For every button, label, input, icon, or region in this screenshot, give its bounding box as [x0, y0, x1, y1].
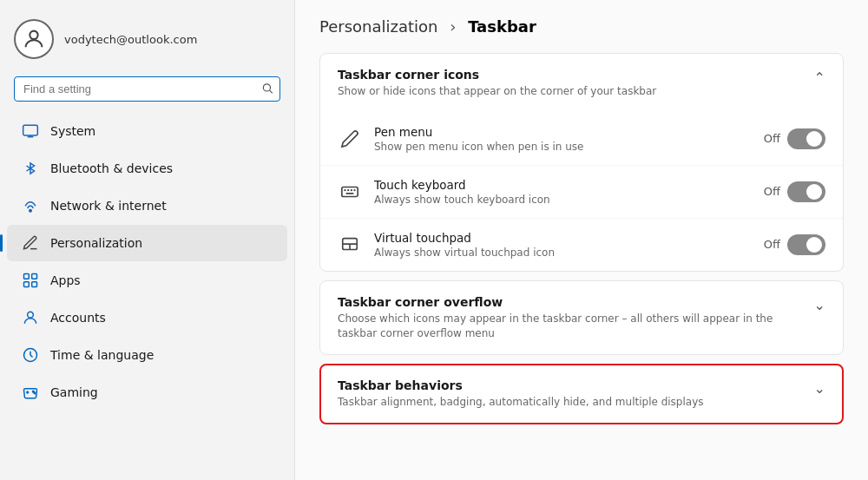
search-input[interactable] [14, 76, 280, 102]
sidebar-item-network[interactable]: Network & internet [7, 187, 287, 224]
nav-list: System Bluetooth & devices Network & int… [0, 112, 294, 480]
user-profile[interactable]: vodytech@outlook.com [0, 9, 294, 73]
toggle-pen-menu[interactable] [787, 128, 825, 149]
sidebar-item-bluetooth-label: Bluetooth & devices [50, 161, 173, 175]
setting-desc-touch-keyboard: Always show touch keyboard icon [374, 194, 752, 206]
system-icon [21, 122, 40, 141]
svg-rect-7 [24, 274, 30, 279]
section-taskbar-behaviors: Taskbar behaviors Taskbar alignment, bad… [319, 364, 844, 424]
pen-icon [338, 127, 362, 151]
chevron-up-icon[interactable]: ⌃ [814, 69, 825, 86]
toggle-label-touch-keyboard: Off [764, 185, 780, 198]
setting-row-virtual-touchpad: Virtual touchpad Always show virtual tou… [320, 219, 843, 271]
sidebar-item-network-label: Network & internet [50, 199, 167, 213]
sidebar-item-bluetooth[interactable]: Bluetooth & devices [7, 150, 287, 187]
svg-rect-8 [32, 274, 37, 279]
section-title-corner-overflow: Taskbar corner overflow [338, 295, 804, 309]
gaming-icon [21, 383, 40, 402]
chevron-down-icon-behaviors[interactable]: ⌄ [814, 380, 825, 397]
setting-desc-pen-menu: Show pen menu icon when pen is in use [374, 141, 752, 153]
setting-name-virtual-touchpad: Virtual touchpad [374, 231, 752, 245]
search-box[interactable] [14, 76, 280, 102]
sidebar-item-gaming[interactable]: Gaming [7, 374, 287, 411]
sidebar-item-apps[interactable]: Apps [7, 262, 287, 299]
svg-line-2 [270, 90, 273, 93]
breadcrumb: Personalization › Taskbar [319, 17, 844, 36]
setting-desc-virtual-touchpad: Always show virtual touchpad icon [374, 247, 752, 259]
avatar [14, 19, 54, 59]
touchpad-icon [338, 233, 362, 257]
section-title-behaviors: Taskbar behaviors [338, 378, 804, 392]
section-taskbar-corner-icons: Taskbar corner icons Show or hide icons … [319, 53, 844, 272]
sidebar-item-personalization-label: Personalization [50, 236, 142, 250]
setting-row-pen-menu: Pen menu Show pen menu icon when pen is … [320, 113, 843, 166]
sidebar-item-time[interactable]: Time & language [7, 337, 287, 373]
section-header-behaviors[interactable]: Taskbar behaviors Taskbar alignment, bad… [321, 365, 842, 423]
setting-name-touch-keyboard: Touch keyboard [374, 178, 752, 192]
svg-point-1 [263, 83, 270, 90]
section-title-corner-icons: Taskbar corner icons [338, 68, 804, 82]
svg-point-6 [30, 210, 32, 213]
svg-rect-3 [23, 125, 38, 135]
setting-name-pen-menu: Pen menu [374, 125, 752, 139]
user-email: vodytech@outlook.com [64, 33, 197, 46]
time-icon [21, 345, 40, 365]
network-icon [21, 196, 40, 215]
bluetooth-icon [21, 159, 40, 178]
breadcrumb-parent: Personalization [319, 17, 437, 36]
toggle-label-pen-menu: Off [764, 132, 780, 145]
breadcrumb-current: Taskbar [468, 17, 536, 36]
section-header-corner-overflow[interactable]: Taskbar corner overflow Choose which ico… [320, 281, 843, 355]
sidebar: vodytech@outlook.com System [0, 0, 295, 480]
toggle-virtual-touchpad[interactable] [787, 234, 825, 255]
svg-rect-10 [32, 282, 37, 287]
section-subtitle-corner-overflow: Choose which icons may appear in the tas… [338, 312, 804, 341]
apps-icon [21, 271, 40, 290]
section-subtitle-corner-icons: Show or hide icons that appear on the co… [338, 84, 804, 99]
setting-row-touch-keyboard: Touch keyboard Always show touch keyboar… [320, 166, 843, 219]
personalization-icon [21, 233, 40, 253]
svg-point-11 [28, 312, 34, 318]
section-subtitle-behaviors: Taskbar alignment, badging, automaticall… [338, 395, 804, 410]
sidebar-item-time-label: Time & language [50, 348, 154, 362]
sidebar-item-system-label: System [50, 124, 95, 138]
sidebar-item-system[interactable]: System [7, 113, 287, 149]
chevron-down-icon-overflow[interactable]: ⌄ [814, 297, 825, 313]
svg-rect-15 [342, 187, 358, 196]
section-taskbar-corner-overflow: Taskbar corner overflow Choose which ico… [319, 280, 844, 356]
sidebar-item-personalization[interactable]: Personalization [7, 225, 287, 261]
search-icon-button[interactable] [261, 82, 273, 96]
toggle-touch-keyboard[interactable] [787, 181, 825, 202]
breadcrumb-separator: › [450, 17, 456, 36]
section-header-corner-icons[interactable]: Taskbar corner icons Show or hide icons … [320, 54, 843, 113]
sidebar-item-apps-label: Apps [50, 273, 81, 287]
accounts-icon [21, 308, 40, 327]
sidebar-item-accounts-label: Accounts [50, 311, 106, 325]
sidebar-item-accounts[interactable]: Accounts [7, 299, 287, 336]
svg-rect-9 [24, 282, 30, 287]
keyboard-icon [338, 180, 362, 204]
svg-point-0 [30, 31, 37, 39]
toggle-label-virtual-touchpad: Off [764, 238, 780, 251]
svg-point-14 [34, 392, 36, 394]
main-content: Personalization › Taskbar Taskbar corner… [295, 0, 868, 480]
sidebar-item-gaming-label: Gaming [50, 385, 98, 399]
